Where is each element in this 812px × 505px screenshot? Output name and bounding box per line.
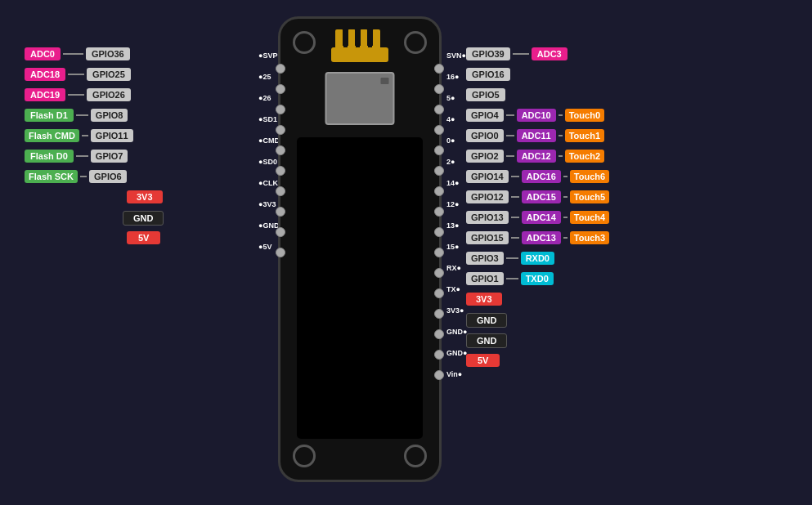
pin-dot [434, 125, 444, 135]
gpio-11: GPIO11 [91, 129, 133, 142]
gpio-8: GPIO8 [91, 109, 128, 122]
left-row-adc0: ADC0 GPIO36 [25, 47, 130, 60]
svg-rect-7 [367, 29, 373, 46]
pin-dot [276, 125, 285, 135]
pin-dot [434, 145, 444, 155]
func-adc14: ADC14 [522, 211, 561, 224]
func-adc0: ADC0 [25, 47, 61, 60]
gpio-14: GPIO14 [466, 170, 509, 183]
pin-dot [276, 64, 285, 74]
func-adc18: ADC18 [25, 68, 65, 81]
line-flashd1 [76, 114, 88, 116]
blabel-13: 13● [446, 215, 467, 235]
blabel-12: 12● [446, 194, 467, 214]
line-15 [511, 237, 519, 239]
right-row-2: GPIO2 ADC12 Touch2 [466, 150, 604, 163]
pin-dot [434, 105, 444, 114]
right-row-12: GPIO12 ADC15 Touch5 [466, 190, 609, 203]
svg-rect-2 [348, 29, 356, 50]
func-adc3: ADC3 [532, 47, 568, 60]
blabel-svp: ●SVP [258, 45, 280, 65]
func-gndr2: GND [466, 333, 507, 348]
corner-circle-br [404, 445, 427, 467]
func-5vr: 5V [466, 354, 500, 367]
func-gndr1: GND [466, 313, 507, 328]
line-12 [511, 196, 519, 198]
pin-dot [434, 166, 444, 176]
func-gndl: GND [123, 211, 164, 226]
func-adc19: ADC19 [25, 88, 65, 101]
line-adc19 [68, 94, 84, 96]
blabel-svn: SVN● [446, 45, 467, 65]
blabel-4: 4● [446, 109, 467, 129]
func-flashcmd: Flash CMD [25, 129, 79, 142]
blabel-3v3r: 3V3● [446, 300, 467, 320]
line-adc0 [63, 53, 83, 55]
gpio-6: GPIO6 [89, 170, 127, 183]
svg-rect-3 [360, 29, 368, 50]
right-row-5: GPIO5 [466, 88, 505, 101]
right-row-rx: GPIO3 RXD0 [466, 252, 554, 265]
left-row-5v: 5V [127, 231, 160, 244]
left-row-adc18: ADC18 GPIO25 [25, 68, 131, 81]
gpio-36: GPIO36 [86, 47, 130, 60]
svg-rect-5 [343, 29, 348, 46]
pin-dot [276, 105, 285, 114]
line-tx [506, 278, 518, 279]
left-row-flashd1: Flash D1 GPIO8 [25, 109, 128, 122]
gpio-1: GPIO1 [466, 272, 504, 285]
gpio-15: GPIO15 [466, 231, 509, 244]
left-row-3v3: 3V3 [127, 190, 163, 203]
pin-dot [276, 248, 285, 257]
pin-dot [434, 350, 444, 360]
line-15b [563, 237, 568, 239]
line-2b [559, 155, 563, 157]
func-adc10: ADC10 [517, 109, 556, 122]
func-3v3r: 3V3 [466, 293, 502, 306]
display-area [297, 137, 423, 439]
right-row-svn: GPIO39 ADC3 [466, 47, 568, 60]
blabel-2: 2● [446, 151, 467, 172]
right-row-14: GPIO14 ADC16 Touch6 [466, 170, 609, 183]
blabel-5: 5● [446, 87, 467, 108]
pin-dot [434, 329, 444, 339]
gpio-25: GPIO25 [87, 68, 131, 81]
pin-dot [434, 186, 444, 196]
svg-rect-1 [335, 29, 343, 50]
pin-dot [434, 64, 444, 74]
func-touch2: Touch2 [565, 150, 604, 163]
right-row-3v3: 3V3 [466, 293, 502, 306]
right-row-15: GPIO15 ADC13 Touch3 [466, 231, 609, 244]
func-flashd0: Flash D0 [25, 150, 74, 163]
func-adc11: ADC11 [517, 129, 556, 142]
gpio-39: GPIO39 [466, 47, 510, 60]
right-row-gnd2: GND [466, 333, 507, 348]
antenna-area [327, 23, 393, 67]
line-13b [563, 217, 568, 218]
pin-dot [434, 248, 444, 257]
blabel-rx: RX● [446, 257, 467, 278]
gpio-3: GPIO3 [466, 252, 504, 265]
wifi-module [325, 72, 395, 125]
gpio-12: GPIO12 [466, 190, 509, 203]
right-row-16: GPIO16 [466, 68, 510, 81]
blabel-gndr1: GND● [446, 321, 467, 342]
left-row-adc19: ADC19 GPIO26 [25, 88, 131, 101]
line-2 [506, 155, 514, 157]
line-0b [559, 135, 563, 136]
blabel-0: 0● [446, 130, 467, 150]
line-flashcmd [82, 135, 88, 136]
func-touch3: Touch3 [570, 231, 609, 244]
func-touch0: Touch0 [565, 109, 604, 122]
left-pin-dots [276, 64, 285, 257]
pin-dot [434, 227, 444, 237]
corner-circle-tr [404, 31, 427, 54]
line-rx [506, 257, 518, 259]
line-flashsck [80, 176, 87, 177]
right-pin-dots [434, 64, 444, 380]
gpio-2: GPIO2 [466, 150, 504, 163]
svg-rect-6 [355, 29, 361, 46]
blabel-15: 15● [446, 236, 467, 257]
func-3v3l: 3V3 [127, 190, 163, 203]
gpio-13: GPIO13 [466, 211, 509, 224]
